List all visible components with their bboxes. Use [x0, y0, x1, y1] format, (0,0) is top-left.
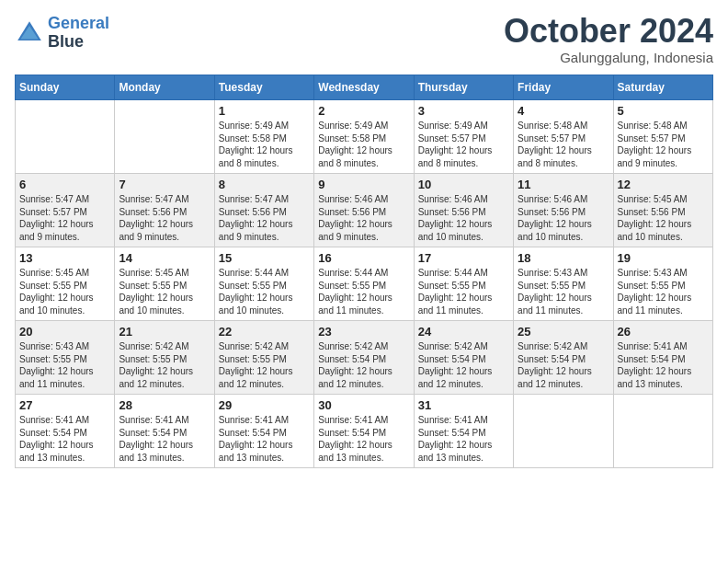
calendar-cell: 10Sunrise: 5:46 AM Sunset: 5:56 PM Dayli… [414, 174, 513, 247]
day-info: Sunrise: 5:41 AM Sunset: 5:54 PM Dayligh… [19, 414, 110, 464]
calendar-cell [16, 100, 115, 174]
day-number: 7 [119, 178, 210, 191]
day-number: 28 [119, 398, 210, 412]
weekday-header-row: SundayMondayTuesdayWednesdayThursdayFrid… [16, 75, 713, 100]
day-number: 21 [119, 325, 210, 339]
day-number: 3 [418, 104, 509, 118]
calendar-week-row: 13Sunrise: 5:45 AM Sunset: 5:55 PM Dayli… [16, 247, 713, 321]
day-info: Sunrise: 5:48 AM Sunset: 5:57 PM Dayligh… [618, 120, 709, 169]
title-section: October 2024 Galunggalung, Indonesia [504, 15, 713, 65]
day-info: Sunrise: 5:44 AM Sunset: 5:55 PM Dayligh… [418, 267, 509, 316]
calendar-cell: 30Sunrise: 5:41 AM Sunset: 5:54 PM Dayli… [314, 395, 414, 468]
calendar-body: 1Sunrise: 5:49 AM Sunset: 5:58 PM Daylig… [16, 100, 713, 468]
day-number: 20 [19, 325, 110, 339]
day-info: Sunrise: 5:41 AM Sunset: 5:54 PM Dayligh… [318, 414, 409, 464]
calendar-cell: 3Sunrise: 5:49 AM Sunset: 5:57 PM Daylig… [414, 100, 513, 174]
day-number: 19 [618, 251, 709, 265]
day-info: Sunrise: 5:42 AM Sunset: 5:55 PM Dayligh… [119, 340, 210, 390]
day-number: 13 [19, 251, 110, 265]
day-info: Sunrise: 5:41 AM Sunset: 5:54 PM Dayligh… [219, 414, 310, 464]
weekday-header-monday: Monday [115, 75, 214, 100]
day-number: 4 [518, 104, 609, 118]
calendar-cell: 4Sunrise: 5:48 AM Sunset: 5:57 PM Daylig… [514, 100, 613, 174]
day-number: 5 [618, 104, 709, 118]
calendar-week-row: 6Sunrise: 5:47 AM Sunset: 5:57 PM Daylig… [16, 174, 713, 247]
day-info: Sunrise: 5:47 AM Sunset: 5:56 PM Dayligh… [119, 193, 210, 243]
day-number: 31 [418, 398, 509, 412]
day-info: Sunrise: 5:44 AM Sunset: 5:55 PM Dayligh… [318, 267, 409, 316]
calendar-cell: 5Sunrise: 5:48 AM Sunset: 5:57 PM Daylig… [613, 100, 712, 174]
calendar-week-row: 20Sunrise: 5:43 AM Sunset: 5:55 PM Dayli… [16, 321, 713, 395]
calendar-cell: 8Sunrise: 5:47 AM Sunset: 5:56 PM Daylig… [214, 174, 313, 247]
weekday-header-thursday: Thursday [414, 75, 513, 100]
calendar-cell: 28Sunrise: 5:41 AM Sunset: 5:54 PM Dayli… [115, 395, 214, 468]
calendar-cell: 29Sunrise: 5:41 AM Sunset: 5:54 PM Dayli… [214, 395, 313, 468]
day-number: 18 [518, 251, 609, 265]
day-info: Sunrise: 5:46 AM Sunset: 5:56 PM Dayligh… [318, 193, 409, 243]
day-number: 11 [518, 178, 609, 191]
day-number: 26 [618, 325, 709, 339]
calendar-cell: 7Sunrise: 5:47 AM Sunset: 5:56 PM Daylig… [115, 174, 214, 247]
month-title: October 2024 [504, 15, 713, 48]
calendar-cell: 2Sunrise: 5:49 AM Sunset: 5:58 PM Daylig… [314, 100, 414, 174]
page-header: General Blue October 2024 Galunggalung, … [15, 15, 713, 65]
day-info: Sunrise: 5:49 AM Sunset: 5:58 PM Dayligh… [219, 120, 310, 169]
weekday-header-saturday: Saturday [613, 75, 712, 100]
day-info: Sunrise: 5:41 AM Sunset: 5:54 PM Dayligh… [618, 340, 709, 390]
day-info: Sunrise: 5:47 AM Sunset: 5:57 PM Dayligh… [19, 193, 110, 243]
day-number: 25 [518, 325, 609, 339]
calendar-table: SundayMondayTuesdayWednesdayThursdayFrid… [15, 75, 713, 468]
day-info: Sunrise: 5:46 AM Sunset: 5:56 PM Dayligh… [418, 193, 509, 243]
calendar-week-row: 27Sunrise: 5:41 AM Sunset: 5:54 PM Dayli… [16, 395, 713, 468]
day-number: 16 [318, 251, 409, 265]
calendar-cell: 31Sunrise: 5:41 AM Sunset: 5:54 PM Dayli… [414, 395, 513, 468]
day-number: 30 [318, 398, 409, 412]
calendar-cell: 20Sunrise: 5:43 AM Sunset: 5:55 PM Dayli… [16, 321, 115, 395]
calendar-cell: 12Sunrise: 5:45 AM Sunset: 5:56 PM Dayli… [613, 174, 712, 247]
day-info: Sunrise: 5:41 AM Sunset: 5:54 PM Dayligh… [418, 414, 509, 464]
weekday-header-wednesday: Wednesday [314, 75, 414, 100]
day-info: Sunrise: 5:42 AM Sunset: 5:54 PM Dayligh… [418, 340, 509, 390]
calendar-cell: 27Sunrise: 5:41 AM Sunset: 5:54 PM Dayli… [16, 395, 115, 468]
day-info: Sunrise: 5:49 AM Sunset: 5:58 PM Dayligh… [318, 120, 409, 169]
day-number: 10 [418, 178, 509, 191]
logo-text: General Blue [48, 15, 109, 52]
calendar-cell: 26Sunrise: 5:41 AM Sunset: 5:54 PM Dayli… [613, 321, 712, 395]
day-info: Sunrise: 5:46 AM Sunset: 5:56 PM Dayligh… [518, 193, 609, 243]
day-number: 24 [418, 325, 509, 339]
calendar-header: SundayMondayTuesdayWednesdayThursdayFrid… [16, 75, 713, 100]
day-info: Sunrise: 5:42 AM Sunset: 5:54 PM Dayligh… [318, 340, 409, 390]
day-info: Sunrise: 5:45 AM Sunset: 5:56 PM Dayligh… [618, 193, 709, 243]
weekday-header-sunday: Sunday [16, 75, 115, 100]
calendar-cell: 6Sunrise: 5:47 AM Sunset: 5:57 PM Daylig… [16, 174, 115, 247]
calendar-cell [115, 100, 214, 174]
day-info: Sunrise: 5:44 AM Sunset: 5:55 PM Dayligh… [219, 267, 310, 316]
logo-line2: Blue [48, 33, 109, 52]
day-info: Sunrise: 5:45 AM Sunset: 5:55 PM Dayligh… [19, 267, 110, 316]
calendar-cell: 14Sunrise: 5:45 AM Sunset: 5:55 PM Dayli… [115, 247, 214, 321]
day-number: 17 [418, 251, 509, 265]
day-number: 12 [618, 178, 709, 191]
location-subtitle: Galunggalung, Indonesia [504, 50, 713, 65]
calendar-week-row: 1Sunrise: 5:49 AM Sunset: 5:58 PM Daylig… [16, 100, 713, 174]
day-number: 9 [318, 178, 409, 191]
calendar-cell: 18Sunrise: 5:43 AM Sunset: 5:55 PM Dayli… [514, 247, 613, 321]
calendar-cell [514, 395, 613, 468]
day-number: 14 [119, 251, 210, 265]
day-info: Sunrise: 5:43 AM Sunset: 5:55 PM Dayligh… [518, 267, 609, 316]
day-number: 8 [219, 178, 310, 191]
day-info: Sunrise: 5:42 AM Sunset: 5:55 PM Dayligh… [219, 340, 310, 390]
logo: General Blue [15, 15, 109, 52]
calendar-cell: 22Sunrise: 5:42 AM Sunset: 5:55 PM Dayli… [214, 321, 313, 395]
logo-line1: General [48, 14, 109, 32]
day-info: Sunrise: 5:43 AM Sunset: 5:55 PM Dayligh… [618, 267, 709, 316]
calendar-cell: 25Sunrise: 5:42 AM Sunset: 5:54 PM Dayli… [514, 321, 613, 395]
day-number: 27 [19, 398, 110, 412]
day-info: Sunrise: 5:43 AM Sunset: 5:55 PM Dayligh… [19, 340, 110, 390]
calendar-cell: 9Sunrise: 5:46 AM Sunset: 5:56 PM Daylig… [314, 174, 414, 247]
day-info: Sunrise: 5:42 AM Sunset: 5:54 PM Dayligh… [518, 340, 609, 390]
day-info: Sunrise: 5:48 AM Sunset: 5:57 PM Dayligh… [518, 120, 609, 169]
calendar-cell: 23Sunrise: 5:42 AM Sunset: 5:54 PM Dayli… [314, 321, 414, 395]
day-info: Sunrise: 5:47 AM Sunset: 5:56 PM Dayligh… [219, 193, 310, 243]
calendar-cell: 11Sunrise: 5:46 AM Sunset: 5:56 PM Dayli… [514, 174, 613, 247]
